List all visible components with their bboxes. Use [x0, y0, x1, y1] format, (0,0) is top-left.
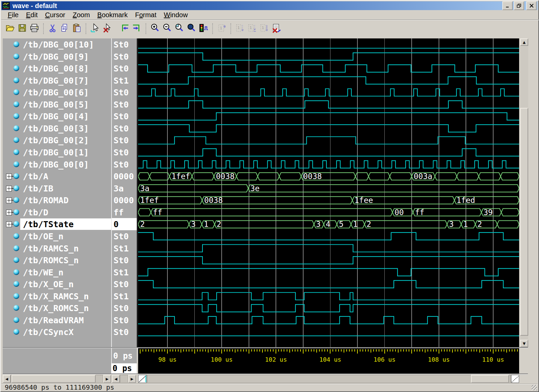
wave-scroll-up-icon[interactable]: ▲ [520, 38, 528, 46]
wave-scroll-thumb[interactable] [471, 375, 509, 383]
signal-row-ib[interactable]: /tb/IB [3, 182, 111, 194]
add-cursor-button[interactable] [89, 23, 101, 35]
cursor-corner-widget[interactable] [138, 375, 147, 383]
signal-row-oe_n[interactable]: /tb/OE_n [3, 230, 111, 242]
signal-row-dbg_00[0][interactable]: /tb/DBG_00[0] [3, 158, 111, 171]
signal-value[interactable]: St1 [112, 266, 137, 278]
menu-window[interactable]: Window [160, 10, 191, 20]
find-prev-transition-button[interactable] [119, 23, 131, 35]
edit-cancel-button[interactable] [270, 23, 282, 35]
toolbar-separator [43, 23, 44, 34]
values-scroll-right-icon[interactable]: ▶ [128, 375, 136, 383]
signal-value[interactable]: St0 [112, 134, 137, 146]
paste-button[interactable] [71, 23, 83, 35]
zoom-last-button[interactable] [173, 23, 185, 35]
signal-row-x_ramcs_n[interactable]: /tb/X_RAMCS_n [3, 290, 111, 302]
signal-value[interactable]: 0000 [112, 194, 137, 206]
signal-icon [13, 257, 19, 263]
signal-row-romad[interactable]: /tb/ROMAD [3, 194, 111, 206]
time-ruler[interactable]: 98 us100 us102 us104 us106 us108 us110 u… [138, 348, 519, 363]
menu-cursor[interactable]: Cursor [41, 10, 69, 20]
signal-row-dbg_00[5][interactable]: /tb/DBG_00[5] [3, 98, 111, 111]
menu-bookmark[interactable]: Bookmark [94, 10, 131, 20]
signal-value[interactable]: St0 [112, 98, 137, 111]
signal-row-romcs_n[interactable]: /tb/ROMCS_n [3, 254, 111, 266]
print-button[interactable] [28, 23, 40, 35]
signal-value[interactable]: St0 [112, 314, 137, 326]
signal-value[interactable]: St0 [112, 110, 137, 122]
zoom-in-button[interactable] [149, 23, 161, 35]
signal-row-dbg_00[9][interactable]: /tb/DBG_00[9] [3, 51, 111, 63]
wave-vertical-scrollbar[interactable]: ▲▼ [520, 38, 528, 347]
signal-value[interactable]: St0 [112, 51, 137, 63]
names-scroll-thumb[interactable] [11, 375, 96, 383]
signal-row-dbg_00[8][interactable]: /tb/DBG_00[8] [3, 62, 111, 74]
signal-row-x_oe_n[interactable]: /tb/X_OE_n [3, 278, 111, 290]
save-button[interactable] [16, 23, 28, 35]
resize-grip[interactable] [532, 385, 537, 390]
signal-value[interactable]: 3a [112, 182, 137, 194]
signal-row-dbg_00[3][interactable]: /tb/DBG_00[3] [3, 122, 111, 134]
signal-row-dbg_00[7][interactable]: /tb/DBG_00[7] [3, 74, 111, 87]
status-text: 96986540 ps to 111169300 ps [5, 383, 114, 391]
menu-zoom[interactable]: Zoom [69, 10, 94, 20]
open-button[interactable] [4, 23, 16, 35]
signal-row-x_romcs_n[interactable]: /tb/X_ROMCS_n [3, 302, 111, 314]
signal-value[interactable]: St0 [112, 38, 137, 51]
signal-value[interactable]: St0 [112, 158, 137, 171]
titlebar[interactable]: wave - default [1, 1, 538, 10]
signal-row-dbg_00[6][interactable]: /tb/DBG_00[6] [3, 86, 111, 98]
signal-value[interactable]: St0 [112, 86, 137, 98]
wave-scroll-track[interactable] [147, 375, 511, 383]
signal-value[interactable]: St1 [112, 242, 137, 254]
signal-value[interactable]: 0000 [112, 170, 137, 182]
cursor-track[interactable] [138, 363, 519, 373]
signal-value[interactable]: St0 [112, 62, 137, 74]
signal-row-dbg_00[4][interactable]: /tb/DBG_00[4] [3, 110, 111, 122]
cut-button[interactable] [46, 23, 59, 35]
signal-row-a[interactable]: /tb/A [3, 170, 111, 182]
names-scroll-left-icon[interactable]: ◀ [3, 375, 11, 383]
signal-value[interactable]: 0 [112, 218, 137, 230]
copy-button[interactable] [59, 23, 71, 35]
menu-format[interactable]: Format [131, 10, 160, 20]
signal-row-dbg_00[2][interactable]: /tb/DBG_00[2] [3, 134, 111, 146]
delete-cursor-button[interactable] [101, 23, 113, 35]
signal-row-readvram[interactable]: /tb/ReadVRAM [3, 314, 111, 326]
signal-value[interactable]: ff [112, 206, 137, 218]
signal-value[interactable]: St0 [112, 278, 137, 290]
wave-vscroll-thumb[interactable] [520, 108, 528, 336]
cursor1-time-cell[interactable]: 0 ps [111, 363, 137, 373]
zoom-out-button[interactable] [161, 23, 173, 35]
signal-row-ramcs_n[interactable]: /tb/RAMCS_n [3, 242, 111, 254]
close-button[interactable] [526, 1, 537, 10]
values-scroll-track[interactable] [120, 375, 128, 383]
find-next-transition-button[interactable] [131, 23, 143, 35]
signal-value[interactable]: St1 [112, 74, 137, 87]
zoom-mode-button[interactable] [197, 23, 210, 35]
signal-value[interactable]: St0 [112, 326, 137, 338]
signal-value[interactable]: St1 [112, 290, 137, 302]
signal-value[interactable]: St0 [112, 230, 137, 242]
wave-scroll-down-icon[interactable]: ▼ [520, 340, 528, 347]
minimize-button[interactable] [502, 1, 513, 10]
waveform-canvas[interactable]: 1fef00380038003a3a3e1fef00381fee1fedff00… [138, 38, 519, 347]
signal-row-d[interactable]: /tb/D [3, 206, 111, 218]
wave-corner-widget[interactable] [511, 375, 519, 383]
menu-edit[interactable]: Edit [22, 10, 41, 20]
signal-row-dbg_00[10][interactable]: /tb/DBG_00[10] [3, 38, 111, 51]
zoom-full-button[interactable] [185, 23, 197, 35]
signal-value[interactable]: St0 [112, 302, 137, 314]
signal-row-we_n[interactable]: /tb/WE_n [3, 266, 111, 278]
menu-file[interactable]: File [4, 10, 22, 20]
bus-value-label: 3 [191, 220, 196, 229]
signal-value[interactable]: St0 [112, 146, 137, 158]
signal-value[interactable]: St0 [112, 122, 137, 134]
signal-row-tstate[interactable]: /tb/TState [3, 218, 111, 230]
signal-row-dbg_00[1][interactable]: /tb/DBG_00[1] [3, 146, 111, 158]
signal-row-csyncx[interactable]: /tb/CSyncX [3, 326, 111, 338]
values-scroll-left-icon[interactable]: ◀ [112, 375, 120, 383]
names-scroll-right-icon[interactable]: ▶ [103, 375, 111, 383]
signal-value[interactable]: St0 [112, 254, 137, 266]
restore-button[interactable] [514, 1, 524, 10]
